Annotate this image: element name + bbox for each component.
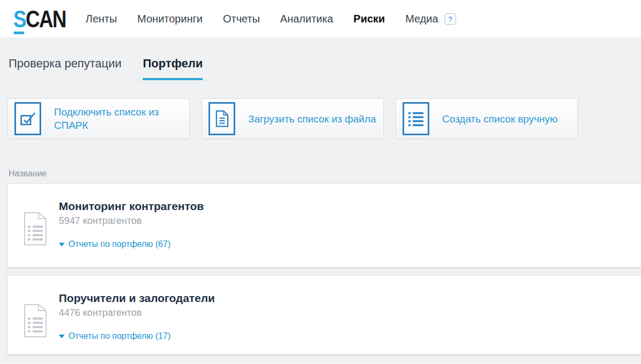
main-nav: Ленты Мониторинги Отчеты Аналитика Риски…: [86, 13, 456, 25]
help-icon[interactable]: ?: [445, 13, 456, 25]
action-button-label: Создать список вручную: [442, 112, 558, 126]
logo-rest-letters: CAN: [26, 6, 66, 32]
nav-item-lenty[interactable]: Ленты: [86, 13, 117, 25]
nav-item-analitika[interactable]: Аналитика: [280, 13, 333, 25]
action-buttons-row: Подключить список из СПАРК Загрузить спи…: [0, 80, 641, 139]
portfolio-card[interactable]: Поручители и залогодатели 4476 контраген…: [7, 276, 641, 354]
connect-spark-list-button[interactable]: Подключить список из СПАРК: [7, 98, 190, 139]
portfolio-card[interactable]: Мониторинг контрагентов 5947 контрагенто…: [7, 184, 641, 267]
top-header: SCAN Ленты Мониторинги Отчеты Аналитика …: [0, 0, 641, 38]
portfolio-title: Мониторинг контрагентов: [59, 200, 641, 213]
nav-item-riski[interactable]: Риски: [353, 13, 385, 25]
portfolio-title: Поручители и залогодатели: [59, 292, 641, 305]
tabs-bar: Проверка репутации Портфели: [0, 38, 641, 80]
portfolio-reports-link[interactable]: Отчеты по портфелю (17): [59, 331, 171, 341]
nav-item-otchety[interactable]: Отчеты: [223, 13, 260, 25]
logo[interactable]: SCAN: [13, 7, 86, 31]
portfolio-count: 5947 контрагентов: [59, 215, 641, 227]
content-area: Проверка репутации Портфели Подключить с…: [0, 38, 641, 363]
action-button-label: Загрузить список из файла: [248, 112, 376, 126]
portfolio-reports-link[interactable]: Отчеты по портфелю (67): [59, 239, 171, 249]
logo-accent-letter: S: [13, 7, 26, 31]
document-icon: [208, 102, 235, 135]
list-icon: [403, 102, 429, 135]
document-list-icon: [20, 301, 50, 342]
create-list-manually-button[interactable]: Создать список вручную: [396, 98, 578, 139]
nav-media-group: Медиа ?: [405, 13, 456, 25]
document-list-icon: [20, 210, 50, 250]
tab-reputation-check[interactable]: Проверка репутации: [9, 56, 121, 80]
portfolio-reports-link-label: Отчеты по портфелю (17): [68, 331, 171, 341]
upload-list-from-file-button[interactable]: Загрузить список из файла: [202, 98, 384, 139]
checkbox-check-icon: [14, 102, 41, 135]
nav-item-monitoringi[interactable]: Мониторинги: [137, 13, 203, 25]
action-button-label: Подключить список из СПАРК: [54, 105, 183, 132]
logo-text: SCAN: [13, 7, 66, 31]
nav-item-media[interactable]: Медиа: [405, 13, 438, 25]
chevron-down-icon: [59, 334, 65, 338]
column-header-name: Название: [9, 169, 641, 179]
chevron-down-icon: [59, 242, 65, 246]
portfolio-reports-link-label: Отчеты по портфелю (67): [68, 239, 171, 249]
portfolio-count: 4476 контрагентов: [59, 307, 641, 319]
tab-portfolios[interactable]: Портфели: [143, 56, 203, 80]
